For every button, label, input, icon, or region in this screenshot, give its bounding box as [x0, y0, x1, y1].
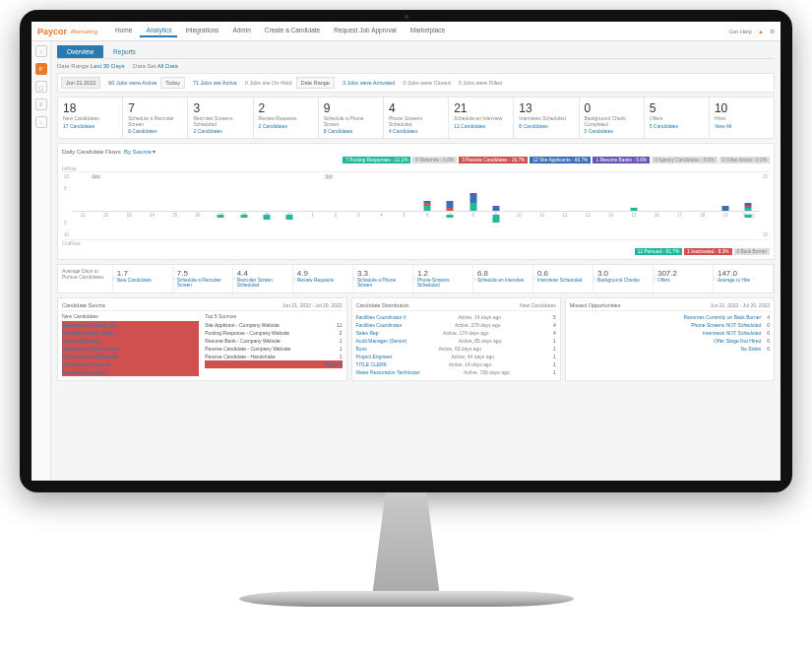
mo-row[interactable]: Phone Screens NOT Scheduled0: [570, 321, 770, 329]
bar-out[interactable]: [745, 215, 752, 218]
legend-resume[interactable]: 1 Resume Banks - 5.6%: [593, 157, 650, 163]
funnel-cell[interactable]: 6.8Schedule an Interview: [473, 265, 533, 292]
nav-request-approval[interactable]: Request Job Approval: [328, 25, 403, 37]
nav-marketplace[interactable]: Marketplace: [405, 25, 451, 37]
stat-jobs-active-1[interactable]: 60 Jobs were Active: [108, 80, 156, 86]
cd-row[interactable]: Facilities CoordinatorActive, 279 days a…: [356, 321, 556, 329]
kpi-card[interactable]: 21Schedule an Interview11 Candidates: [449, 97, 514, 139]
legend-site[interactable]: 12 Site Applicants - 66.7%: [530, 157, 591, 163]
kpi-card[interactable]: 18New Candidates17 Candidates: [57, 97, 123, 139]
bar-out[interactable]: [240, 215, 247, 218]
bar-in[interactable]: [469, 195, 476, 203]
legend-backburner[interactable]: 0 Back Burner: [734, 248, 770, 255]
bar-out[interactable]: [286, 215, 293, 220]
date-button[interactable]: Jun 21 2022: [61, 77, 100, 89]
mo-row[interactable]: Offer Stage Not Hired0: [570, 337, 770, 345]
cd-row[interactable]: Audit Manager (Senior)Active, 85 days ag…: [356, 337, 556, 345]
legend-agency[interactable]: 0 Agency Candidates - 0.0%: [652, 157, 718, 163]
chart-subtitle[interactable]: By Source: [124, 149, 152, 155]
cs-left-item[interactable]: Recruiter Screen Sched…: [62, 329, 199, 337]
legend-inactivated[interactable]: 1 Inactivated - 8.3%: [684, 248, 731, 255]
settings-icon[interactable]: ⚙: [770, 28, 775, 34]
kpi-card[interactable]: 10HiresView All: [710, 97, 775, 139]
kpi-sublink[interactable]: 2 Candidates: [193, 128, 247, 134]
kpi-sublink[interactable]: 2 Candidates: [259, 123, 313, 129]
cd-row[interactable]: TITLE CLERKActive, 14 days ago1: [356, 360, 556, 368]
panel-sub[interactable]: New Candidates: [520, 302, 556, 308]
bar-in[interactable]: [424, 201, 431, 204]
bar-in[interactable]: [424, 203, 431, 206]
sidebar-item-2[interactable]: ◻: [35, 81, 47, 93]
cs-source-row[interactable]: Resume Bank - Company Website1: [205, 337, 342, 345]
bar-in[interactable]: [493, 206, 500, 211]
funnel-cell[interactable]: 307.2Offers: [654, 265, 714, 292]
stat-jobs-active-2[interactable]: 71 Jobs are Active: [193, 80, 237, 86]
cd-row[interactable]: Sales RepActive, 174 days ago4: [356, 329, 556, 337]
kpi-sublink[interactable]: 4 Candidates: [389, 128, 443, 134]
cs-left-item[interactable]: Review Requests: [62, 337, 199, 345]
nav-admin[interactable]: Admin: [226, 25, 256, 37]
stat-activated[interactable]: 3 Jobs were Activated: [343, 80, 396, 86]
date-range-button[interactable]: Date Range: [296, 77, 335, 89]
kpi-sublink[interactable]: 17 Candidates: [63, 123, 117, 129]
kpi-card[interactable]: 7Schedule a Recruiter Screen6 Candidates: [123, 97, 188, 139]
kpi-sublink[interactable]: View All: [715, 123, 769, 129]
cs-source-row[interactable]: Site Applicant - Company Website11: [205, 321, 342, 329]
legend-other[interactable]: 0 Other Active - 0.0%: [719, 157, 770, 163]
legend-referrals[interactable]: 0 Referrals - 0.0%: [412, 157, 457, 163]
cd-row[interactable]: Water Restoration TechnicianActive, 726 …: [356, 368, 556, 376]
bar-out[interactable]: [264, 215, 271, 220]
cs-source-row[interactable]: Posting Response - Company Website2: [205, 329, 342, 337]
help-link[interactable]: Get Help: [728, 29, 752, 34]
funnel-cell[interactable]: 7.5Schedule a Recruiter Screen: [173, 265, 233, 292]
legend-posting[interactable]: 7 Posting Responses - 11.1%: [343, 157, 410, 163]
nav-create-candidate[interactable]: Create a Candidate: [259, 25, 326, 37]
cs-left-item[interactable]: Schedule a Phone Screen: [62, 345, 199, 353]
cs-left-item[interactable]: Interview Scheduled: [62, 368, 199, 376]
bar-out[interactable]: [493, 215, 500, 223]
sidebar-item-active[interactable]: F: [35, 63, 47, 75]
kpi-card[interactable]: 2Review Requests2 Candidates: [254, 97, 319, 139]
bar-in[interactable]: [447, 201, 454, 209]
search-icon[interactable]: ⌕: [35, 45, 47, 57]
bar-in[interactable]: [722, 206, 729, 211]
funnel-cell[interactable]: 1.2Phone Screens Scheduled: [413, 265, 473, 292]
kpi-card[interactable]: 9Schedule a Phone Screen8 Candidates: [319, 97, 384, 139]
viewall-link[interactable]: View All: [205, 360, 342, 368]
kpi-sublink[interactable]: 8 Candidates: [324, 128, 378, 134]
kpi-sublink[interactable]: 8 Candidates: [519, 123, 573, 129]
cs-left-item[interactable]: Schedule a Recruiter Sc…: [62, 321, 199, 329]
cd-row[interactable]: BossActive, 83 days ago1: [356, 345, 556, 353]
funnel-cell[interactable]: 1.7New Candidates: [113, 265, 173, 292]
bar-in[interactable]: [447, 208, 454, 211]
kpi-sublink[interactable]: 0 Candidates: [585, 128, 639, 134]
funnel-cell[interactable]: 4.4Recruiter Screen Scheduled: [233, 265, 293, 292]
kpi-card[interactable]: 13Interviews Scheduled8 Candidates: [514, 97, 579, 139]
cs-source-row[interactable]: Passive Candidate - Company Website1: [205, 345, 342, 353]
bar-in[interactable]: [745, 208, 752, 211]
cs-left-item[interactable]: Schedule an Interview: [62, 360, 199, 368]
today-button[interactable]: Today: [160, 77, 185, 89]
nav-integrations[interactable]: Integrations: [179, 25, 224, 37]
data-set-value[interactable]: All Data: [157, 63, 178, 69]
sidebar-item-4[interactable]: ○: [35, 116, 47, 128]
mo-row[interactable]: Resumes Currently on Back Burner4: [570, 313, 770, 321]
notification-icon[interactable]: ▲: [758, 29, 764, 34]
date-range-value[interactable]: Last 30 Days: [91, 63, 125, 69]
bar-in[interactable]: [745, 206, 752, 209]
bar-out[interactable]: [218, 215, 224, 218]
cs-left-item[interactable]: Phone Screen Scheduled: [62, 353, 199, 360]
tab-overview[interactable]: Overview: [57, 45, 103, 58]
legend-pursued[interactable]: 11 Pursued - 91.7%: [635, 248, 682, 255]
bar-in[interactable]: [630, 208, 637, 211]
legend-passive[interactable]: 3 Passive Candidates - 16.7%: [459, 157, 528, 163]
kpi-sublink[interactable]: 11 Candidates: [454, 123, 508, 129]
bar-in[interactable]: [469, 203, 476, 211]
funnel-cell[interactable]: 3.0Background Checks: [593, 265, 654, 292]
bar-out[interactable]: [447, 215, 454, 218]
funnel-cell[interactable]: 4.9Review Requests: [293, 265, 353, 292]
kpi-card[interactable]: 5Offers5 Candidates: [645, 97, 710, 139]
mo-row[interactable]: Interviews NOT Scheduled0: [570, 329, 770, 337]
cs-source-row[interactable]: Passive Candidate - Handshake1: [205, 353, 342, 360]
nav-home[interactable]: Home: [109, 25, 138, 37]
